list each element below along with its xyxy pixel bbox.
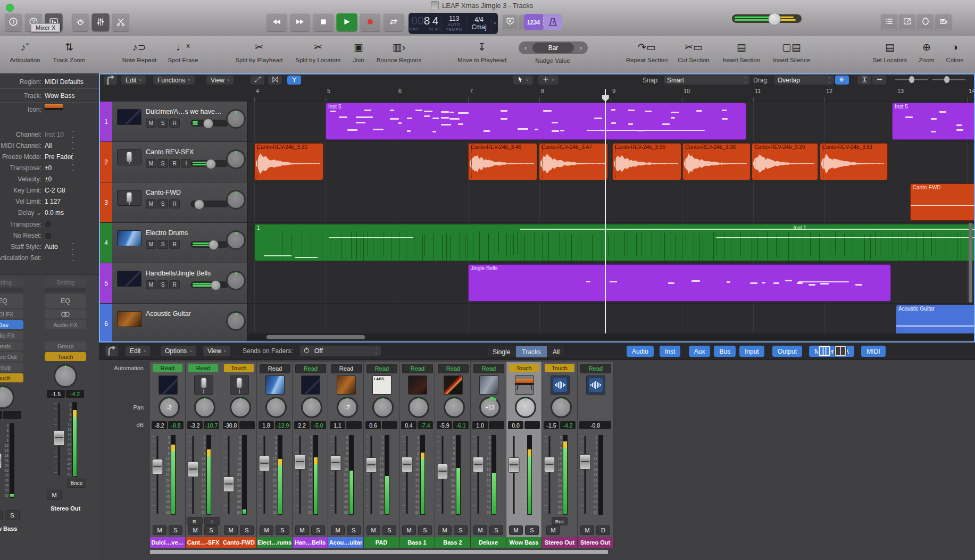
mute-button[interactable]: M	[146, 199, 156, 208]
vertical-scrollbar-thumb[interactable]	[969, 223, 972, 303]
record-enable-button[interactable]: R	[169, 199, 180, 208]
automation-mode-button[interactable]: Read	[438, 364, 469, 373]
fader-track[interactable]	[330, 435, 341, 515]
vertical-zoom-slider[interactable]	[895, 77, 928, 82]
fader-track[interactable]	[188, 435, 198, 515]
solo-button[interactable]: S	[157, 159, 168, 168]
track-header-4[interactable]: 4Electro DrumsMSR	[100, 223, 248, 263]
track-pan-knob[interactable]	[226, 271, 246, 290]
solo-button[interactable]: S	[157, 199, 168, 208]
mute[interactable]: M	[546, 525, 560, 535]
pan-knob[interactable]: -2	[159, 397, 180, 418]
solo[interactable]: S	[489, 525, 503, 535]
peak-value[interactable]: -10.7	[204, 421, 219, 429]
region-canto-fwd[interactable]: Canto-FWD	[910, 183, 974, 221]
automation-mode-button[interactable]: Read	[366, 364, 397, 373]
waveform-zoom-button[interactable]	[835, 76, 849, 85]
mute[interactable]: M	[188, 525, 202, 535]
zoom-slider-thumb[interactable]	[909, 76, 914, 83]
lcd-signature[interactable]: 4/4 Cmaj	[467, 13, 492, 34]
inspector-row-11[interactable]: Transpose:	[0, 219, 99, 230]
fader-track[interactable]	[509, 435, 519, 515]
stepper-icon[interactable]: ⌃⌄	[71, 131, 74, 138]
lcd-tempo[interactable]: 113 AUTO TEMPO	[442, 13, 467, 34]
mixer-strip-pad[interactable]: ReadLABS0.603691215182124303540455060MSP…	[364, 362, 399, 548]
peak-value[interactable]	[239, 421, 255, 429]
peak-value[interactable]: -4.2	[66, 390, 84, 398]
drag-dropdown[interactable]: Overlap⌃⌄	[774, 76, 834, 85]
region-jingle-bells[interactable]: Jingle Bells	[468, 264, 891, 302]
mixer-strip-han-bells[interactable]: Read2.2-5.003691215182124303540455060MSH…	[293, 362, 328, 548]
punch-button[interactable]	[502, 14, 518, 30]
pan-knob[interactable]	[551, 397, 572, 418]
mute-button[interactable]: M	[146, 240, 156, 249]
inspector-row-value[interactable]: 0.0 ms	[45, 209, 99, 216]
peak-value[interactable]	[346, 421, 362, 429]
volume-value[interactable]: 1.8	[259, 421, 274, 429]
bounce-button[interactable]: Bnc	[552, 517, 568, 525]
input-monitor-button[interactable]: I	[204, 517, 220, 525]
play-button[interactable]	[336, 13, 357, 31]
volume-value[interactable]: -5.9	[437, 421, 452, 429]
midi-fx-slot[interactable]: MIDI FX	[0, 310, 23, 319]
inspector-row-value[interactable]: Wow Bass	[45, 92, 99, 99]
filter-inst[interactable]: Inst	[660, 346, 680, 357]
channel-fader[interactable]: 03691215182124303540455060	[473, 435, 496, 515]
nudge-value-stepper[interactable]: ‹ Bar ›	[519, 41, 588, 54]
toolbar-item-spot-erase[interactable]: ♩ˣSpot Erase	[168, 41, 198, 63]
solo[interactable]: S	[204, 525, 218, 535]
region-canto-rev-24b-3-35[interactable]: Canto-REV-24b_3.35	[612, 143, 681, 180]
automation-mode-button[interactable]: Read	[260, 364, 290, 373]
filter-master-vca[interactable]: Master/VCA	[809, 346, 854, 357]
master-volume-slider[interactable]	[732, 14, 802, 23]
instrument-slot[interactable]: Clav	[0, 320, 23, 329]
record-button[interactable]	[360, 13, 381, 31]
pan-knob[interactable]	[265, 397, 287, 418]
record-enable-button[interactable]: R	[169, 280, 180, 289]
channel-fader[interactable]: 03691215182124303540455060	[366, 435, 389, 515]
fader-cap[interactable]	[509, 457, 520, 473]
nudge-next-icon[interactable]: ›	[574, 44, 588, 52]
filter-bus[interactable]: Bus	[714, 346, 736, 357]
volume-value[interactable]: 1.0	[472, 421, 488, 429]
filter-aux[interactable]: Aux	[689, 346, 711, 357]
pan-knob[interactable]	[444, 397, 465, 418]
channel-name-label[interactable]: Canto-FWD	[221, 537, 256, 548]
mixer-strip-acou-uitar[interactable]: Read-71.103691215182124303540455060MSAco…	[328, 362, 364, 548]
mute[interactable]: M	[153, 525, 166, 535]
track-lane-2[interactable]: Canto-REV-24b_3.31Canto-REV-24b_3.46Cant…	[248, 142, 974, 182]
fader-cap[interactable]	[330, 455, 341, 471]
eq-slot[interactable]: EQ	[0, 294, 23, 308]
volume-slider-thumb[interactable]	[768, 13, 781, 26]
channel-fader[interactable]: 03691215182124303540455060	[295, 435, 318, 515]
toolbar-item-set-locators[interactable]: ▤Set Locators	[873, 41, 907, 63]
volume-value[interactable]: -1.5	[47, 390, 65, 398]
record-enable-button[interactable]: R	[169, 159, 180, 168]
automation-mode-button[interactable]: Read	[295, 364, 326, 373]
mixer-strip-elect-rums[interactable]: Read1.8-13.903691215182124303540455060MS…	[257, 362, 293, 548]
inspector-row-14[interactable]: Articulation Set:⌃⌄	[0, 252, 99, 263]
track-lane-5[interactable]: Jingle Bells	[248, 263, 974, 304]
inspector-row-value[interactable]: 1 127	[45, 198, 99, 205]
pan-knob[interactable]	[372, 397, 394, 418]
track-lane-1[interactable]: Inst 5Inst 5	[248, 102, 974, 142]
region-canto-rev-24b-3-31[interactable]: Canto-REV-24b_3.31	[254, 143, 323, 180]
automation-mode-button[interactable]: Read	[580, 364, 611, 373]
loop-browser-button[interactable]	[916, 14, 934, 30]
record-enable-button[interactable]: R	[187, 517, 203, 525]
solo[interactable]: S	[454, 525, 468, 535]
stop-button[interactable]	[313, 13, 334, 31]
stereo-format-button[interactable]	[45, 310, 86, 319]
automation-mode-button[interactable]: Read	[331, 364, 362, 373]
fader-track[interactable]	[402, 435, 412, 515]
pan-knob[interactable]	[515, 397, 536, 418]
stepper-icon[interactable]: ⌃⌄	[71, 164, 74, 172]
forward-button[interactable]	[289, 13, 311, 31]
track-lane-3[interactable]: Canto-FWD	[248, 182, 974, 223]
automation-button[interactable]	[251, 76, 264, 85]
audio-fx-slot[interactable]: Audio FX	[0, 331, 23, 340]
toolbar-item-bounce-regions[interactable]: ▥›Bounce Regions	[377, 41, 421, 63]
inspector-row-13[interactable]: Staff Style:Auto⌃⌄	[0, 241, 99, 252]
channel-fader[interactable]: 03691215182124303540455060	[0, 423, 14, 498]
toolbar-item-repeat-section[interactable]: ↷▭Repeat Section	[626, 41, 668, 63]
